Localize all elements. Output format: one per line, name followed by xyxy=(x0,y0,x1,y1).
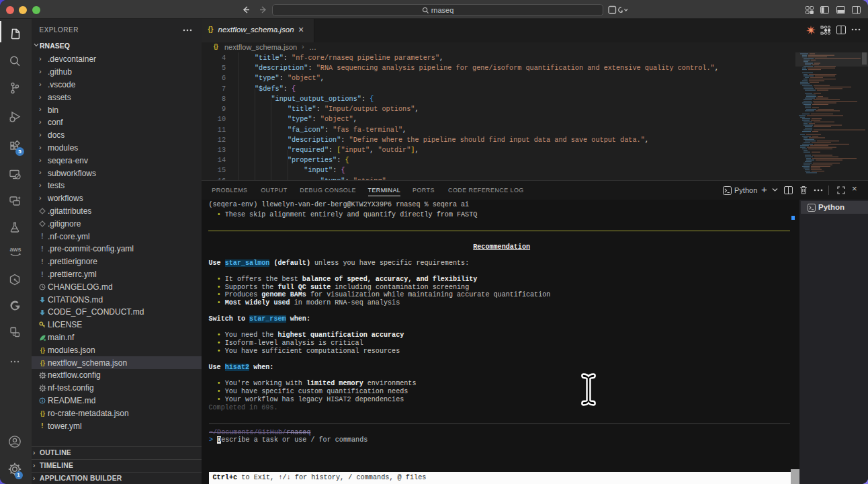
svg-text:aws: aws xyxy=(9,246,21,253)
